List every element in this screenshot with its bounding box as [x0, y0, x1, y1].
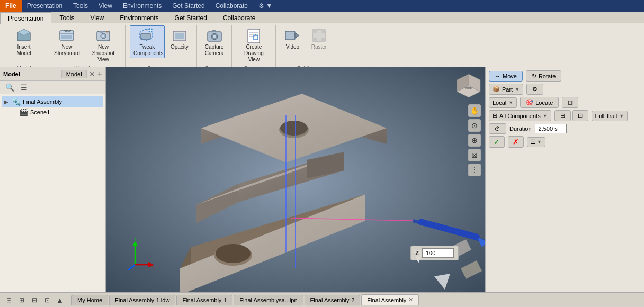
all-components-arrow: ▼ — [543, 113, 548, 119]
new-snapshot-button[interactable]: N NewSnapshot View — [86, 25, 121, 65]
trail-btn1[interactable]: ⊟ — [554, 110, 571, 121]
local-dropdown[interactable]: Local ▼ — [489, 97, 517, 108]
svg-point-20 — [213, 35, 216, 38]
menu-extra[interactable]: ⚙ ▼ — [253, 0, 278, 12]
nav-tools: ✋ ⊙ ⊕ ⊠ ⋮ — [468, 104, 481, 176]
tab-close-icon[interactable]: ✕ — [408, 296, 413, 303]
svg-point-39 — [280, 121, 308, 136]
tab-presentation[interactable]: Presentation — [0, 12, 51, 24]
tab-final-assembly-2[interactable]: Final Assembly-2 — [305, 295, 361, 305]
orbit-tool[interactable]: ⊙ — [468, 119, 481, 132]
viewport[interactable]: HOME ✋ ⊙ ⊕ ⊠ ⋮ Z Y X — [106, 67, 485, 292]
raster-label: Raster — [311, 44, 327, 50]
tab-view[interactable]: View — [82, 12, 112, 23]
local-label: Local — [493, 100, 506, 106]
tab-collaborate[interactable]: Collaborate — [215, 12, 263, 23]
tweak-components-button[interactable]: TweakComponents — [130, 25, 165, 58]
options-button[interactable]: ☰ — [19, 82, 30, 93]
axis-indicator: Y X Z — [117, 238, 154, 271]
svg-rect-54 — [417, 218, 480, 241]
tree-item-scene1[interactable]: 🎬 Scene1 — [10, 107, 103, 118]
rotate-button[interactable]: ↻ Rotate — [526, 70, 561, 82]
duration-input[interactable] — [535, 124, 567, 133]
tab-final-assembly-1[interactable]: Final Assembly-1 — [176, 295, 232, 305]
zoom-tool[interactable]: ⊕ — [468, 134, 481, 147]
svg-point-8 — [102, 35, 104, 37]
menu-presentation[interactable]: Presentation — [22, 0, 68, 12]
tweak-components-label: TweakComponents — [133, 44, 161, 57]
new-storyboard-icon: NEW — [58, 27, 75, 44]
status-arrow[interactable]: ▲ — [54, 294, 66, 306]
tab-environments[interactable]: Environments — [112, 12, 166, 23]
confirm-button[interactable]: ✓ — [489, 136, 505, 148]
part-dropdown[interactable]: 📦 Part ▼ — [489, 84, 523, 95]
svg-marker-43 — [307, 152, 344, 178]
menu-collaborate[interactable]: Collaborate — [210, 0, 253, 12]
menu-view[interactable]: View — [93, 0, 118, 12]
tab-get-started[interactable]: Get Started — [167, 12, 215, 23]
create-drawing-button[interactable]: CreateDrawing View — [236, 25, 271, 65]
part-row: 📦 Part ▼ ⚙ — [489, 84, 641, 95]
z-label: Z — [415, 250, 419, 256]
pan-tool[interactable]: ✋ — [468, 104, 481, 117]
part-label: Part — [502, 86, 513, 93]
move-button[interactable]: ↔ Move — [489, 71, 523, 82]
cancel-button[interactable]: ✗ — [508, 136, 524, 148]
trail-btn2[interactable]: ⊡ — [572, 110, 588, 121]
tab-tools[interactable]: Tools — [51, 12, 82, 23]
svg-rect-9 — [100, 31, 103, 33]
panel-close-button[interactable]: ✕ — [89, 70, 95, 78]
status-icon-1[interactable]: ⊟ — [3, 294, 15, 306]
clock-icon: ⏱ — [495, 125, 500, 132]
capture-camera-button[interactable]: CaptureCamera — [201, 25, 228, 58]
svg-rect-31 — [312, 29, 317, 33]
status-icon-3[interactable]: ⊟ — [29, 294, 40, 306]
raster-icon — [310, 27, 327, 44]
raster-button[interactable]: Raster — [307, 25, 331, 52]
left-panel: Model Model ✕ + 🔍 ☰ ▶ 🔩 Final Assembly 🎬… — [0, 67, 106, 292]
locate-button[interactable]: 🎯 Locate — [520, 97, 559, 108]
duration-icon-btn[interactable]: ⏱ — [489, 123, 506, 134]
svg-rect-33 — [312, 38, 317, 42]
menu-tools[interactable]: Tools — [68, 0, 93, 12]
svg-marker-57 — [434, 274, 450, 290]
tab-final-assemblysa-ipn[interactable]: Final Assemblysa...ipn — [234, 295, 303, 305]
video-label: Video — [286, 44, 299, 50]
new-storyboard-button[interactable]: NEW NewStoryboard — [50, 25, 84, 58]
tree-item-final-assembly[interactable]: ▶ 🔩 Final Assembly — [2, 96, 103, 107]
opacity-button[interactable]: Opacity — [167, 25, 192, 52]
options-icon: ☰ — [531, 139, 536, 146]
ribbon-group-component-buttons: TweakComponents Opacity — [130, 25, 192, 65]
z-input[interactable] — [422, 248, 454, 258]
panel-add-button[interactable]: + — [97, 69, 102, 79]
svg-rect-21 — [212, 30, 216, 32]
status-icon-2[interactable]: ⊞ — [16, 294, 28, 306]
video-button[interactable]: Video — [280, 25, 305, 52]
view-cube[interactable]: HOME — [454, 71, 481, 98]
tab-my-home[interactable]: My Home — [71, 295, 108, 305]
extra-button[interactable]: ◻ — [562, 97, 578, 108]
menu-get-started[interactable]: Get Started — [167, 0, 210, 12]
full-trail-dropdown[interactable]: Full Trail ▼ — [592, 111, 628, 121]
insert-model-button[interactable]: Insert Model — [6, 25, 41, 58]
menu-bar: File Presentation Tools View Environment… — [0, 0, 644, 12]
part-icon: 📦 — [493, 86, 500, 93]
file-menu[interactable]: File — [0, 0, 22, 12]
tab-final-assembly-active[interactable]: Final Assembly ✕ — [361, 294, 419, 305]
options-dropdown-button[interactable]: ☰ ▼ — [527, 137, 545, 147]
video-icon — [284, 27, 301, 44]
my-home-label: My Home — [77, 297, 102, 303]
ribbon-content: Insert Model Model NEW NewStoryboard N N — [0, 23, 644, 73]
ribbon-group-camera-buttons: CaptureCamera — [201, 25, 228, 65]
menu-environments[interactable]: Environments — [118, 0, 167, 12]
settings-button[interactable]: ⚙ — [526, 84, 543, 95]
more-tools[interactable]: ⋮ — [468, 164, 481, 176]
svg-rect-17 — [175, 33, 184, 39]
status-icon-4[interactable]: ⊡ — [41, 294, 53, 306]
tab-final-assembly-idw[interactable]: Final Assembly-1.idw — [109, 295, 175, 305]
options-arrow: ▼ — [537, 139, 542, 145]
panel-tab-model[interactable]: Model — [61, 70, 87, 78]
all-components-dropdown[interactable]: ⊞ All Components ▼ — [489, 110, 551, 121]
search-button[interactable]: 🔍 — [3, 82, 16, 93]
zoom-fit-tool[interactable]: ⊠ — [468, 149, 481, 161]
